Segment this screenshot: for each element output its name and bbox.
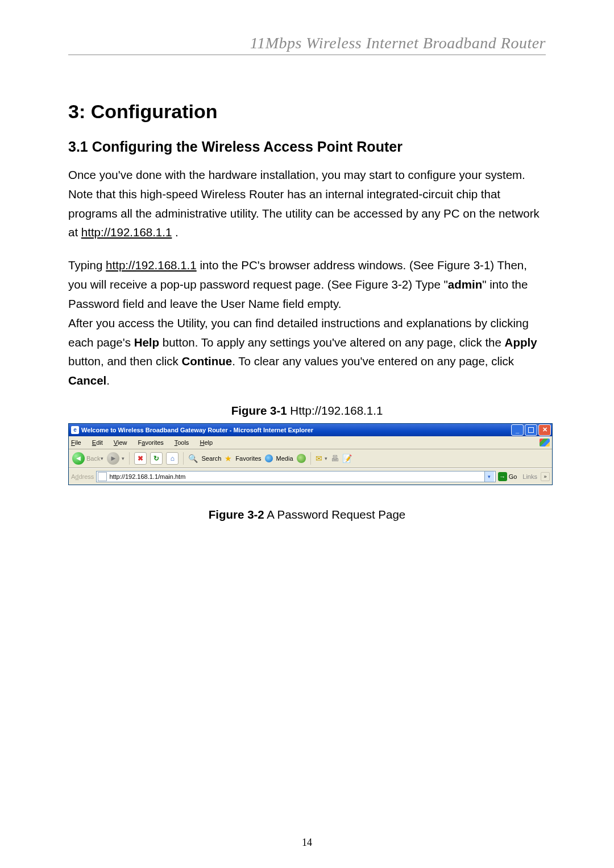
media-button[interactable]: Media xyxy=(276,455,293,462)
media-icon xyxy=(265,454,273,462)
back-label: Back xyxy=(86,455,100,462)
stop-button[interactable]: ✖ xyxy=(134,452,147,465)
back-button[interactable]: ◄ Back ▾ xyxy=(72,452,103,465)
text-run: . xyxy=(172,226,178,239)
home-button[interactable]: ⌂ xyxy=(166,452,179,465)
links-expand-button[interactable]: » xyxy=(541,472,550,481)
home-icon: ⌂ xyxy=(171,454,175,462)
ie-app-icon: e xyxy=(71,426,79,434)
link-url: http://192.168.1.1 xyxy=(81,226,172,239)
mail-button[interactable]: ✉ xyxy=(316,454,322,463)
address-input[interactable] xyxy=(109,472,482,481)
figure-2-caption: Figure 3-2 A Password Request Page xyxy=(68,508,546,521)
address-combobox[interactable]: ▾ xyxy=(96,471,495,482)
paragraph-2: Typing http://192.168.1.1 into the PC's … xyxy=(68,256,546,390)
ie-menubar: File Edit View Favorites Tools Help xyxy=(69,436,552,449)
menu-tools[interactable]: Tools xyxy=(175,439,194,446)
bold-admin: admin xyxy=(448,278,482,291)
stop-icon: ✖ xyxy=(138,454,143,462)
toolbar-separator xyxy=(310,452,311,465)
figure-text: Http://192.168.1.1 xyxy=(287,404,383,417)
figure-text: A Password Request Page xyxy=(264,508,405,521)
page-number: 14 xyxy=(0,837,614,849)
text-run: . xyxy=(106,374,110,387)
minimize-button[interactable]: _ xyxy=(511,424,524,436)
toolbar-separator xyxy=(129,452,130,465)
text-run: button, and then click xyxy=(68,354,181,368)
edit-button[interactable]: 📝 xyxy=(342,454,352,463)
refresh-button[interactable]: ↻ xyxy=(150,452,163,465)
text-run: button. To apply any settings you've alt… xyxy=(159,336,505,349)
text-run: . To clear any values you've entered on … xyxy=(232,354,514,368)
menu-help[interactable]: Help xyxy=(200,439,217,446)
figure-label: Figure 3-1 xyxy=(231,404,287,417)
bold-help: Help xyxy=(134,336,159,349)
favorites-button[interactable]: Favorites xyxy=(235,455,261,462)
ie-window-title: Welcome to Wireless Broadband Gateway Ro… xyxy=(81,427,313,433)
figure-1-caption: Figure 3-1 Http://192.168.1.1 xyxy=(68,404,546,418)
favorites-icon: ★ xyxy=(225,454,232,463)
history-button[interactable] xyxy=(297,454,306,463)
bold-cancel: Cancel xyxy=(68,374,106,387)
maximize-button[interactable] xyxy=(525,424,537,436)
heading-chapter: 3: Configuration xyxy=(68,101,546,123)
ie-address-bar: Address ▾ → Go Links » xyxy=(69,468,552,485)
ie-titlebar: e Welcome to Wireless Broadband Gateway … xyxy=(69,424,552,436)
paragraph-1: Once you've done with the hardware insta… xyxy=(68,165,546,242)
print-button[interactable]: 🖶 xyxy=(331,454,339,463)
ie-toolbar: ◄ Back ▾ ► ▾ ✖ ↻ ⌂ 🔍 Search ★ Favorites … xyxy=(69,449,552,468)
address-label: Address xyxy=(71,473,94,480)
go-arrow-icon: → xyxy=(498,472,507,481)
text-run: Typing xyxy=(68,258,106,272)
toolbar-separator xyxy=(183,452,184,465)
go-label: Go xyxy=(509,473,517,480)
page-header: 11Mbps Wireless Internet Broadband Route… xyxy=(68,34,546,55)
forward-button[interactable]: ► xyxy=(107,452,119,465)
search-icon: 🔍 xyxy=(188,454,198,463)
menu-file[interactable]: File xyxy=(71,439,86,446)
chevron-down-icon: ▾ xyxy=(325,456,327,461)
bold-apply: Apply xyxy=(505,336,537,349)
links-label[interactable]: Links xyxy=(522,473,537,480)
address-dropdown-button[interactable]: ▾ xyxy=(484,471,494,482)
figure-label: Figure 3-2 xyxy=(209,508,264,521)
chevron-down-icon: ▾ xyxy=(101,456,103,461)
windows-flag-icon xyxy=(540,439,550,446)
heading-section: 3.1 Configuring the Wireless Access Poin… xyxy=(68,139,546,155)
chevron-down-icon: ▾ xyxy=(122,456,125,461)
bold-continue: Continue xyxy=(181,354,232,368)
search-button[interactable]: Search xyxy=(201,455,221,462)
ie-window: e Welcome to Wireless Broadband Gateway … xyxy=(68,423,553,485)
go-button[interactable]: → Go xyxy=(498,472,517,481)
page-icon xyxy=(98,472,107,481)
menu-favorites[interactable]: Favorites xyxy=(138,439,168,446)
menu-view[interactable]: View xyxy=(114,439,132,446)
back-arrow-icon: ◄ xyxy=(72,452,85,465)
menu-edit[interactable]: Edit xyxy=(92,439,107,446)
link-url: http://192.168.1.1 xyxy=(106,258,197,272)
refresh-icon: ↻ xyxy=(154,454,159,462)
close-button[interactable]: ✕ xyxy=(538,424,551,436)
